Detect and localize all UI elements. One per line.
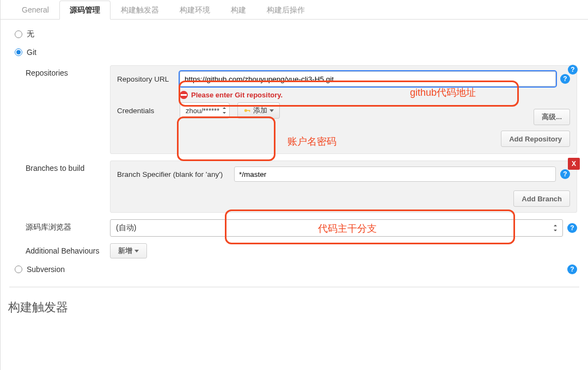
repo-browser-select[interactable]: (自动) — [110, 219, 563, 237]
repo-browser-value: (自动) — [116, 223, 136, 233]
behaviours-row: Additional Behaviours 新增 — [26, 243, 577, 258]
updown-icon — [222, 108, 227, 113]
scm-radio-none[interactable] — [15, 30, 22, 38]
scm-radio-svn-row: Subversion ? — [15, 265, 577, 274]
tab-triggers[interactable]: 构建触发器 — [111, 1, 169, 20]
build-triggers-heading: 构建触发器 — [1, 287, 588, 321]
tab-scm[interactable]: 源码管理 — [59, 1, 111, 20]
repositories-panel: ? Repository URL ? Please enter Git repo… — [110, 65, 577, 154]
credentials-value: zhou/****** — [186, 107, 219, 115]
svg-rect-2 — [249, 110, 250, 112]
branch-specifier-row: Branch Specifier (blank for 'any') ? — [117, 166, 570, 182]
branches-side-label: Branches to build — [26, 161, 110, 172]
scm-radio-svn[interactable] — [15, 266, 22, 273]
branch-specifier-input[interactable] — [234, 166, 556, 182]
branch-specifier-label: Branch Specifier (blank for 'any') — [117, 170, 234, 178]
repo-url-input[interactable] — [180, 71, 556, 87]
credentials-select[interactable]: zhou/****** — [180, 102, 230, 119]
repo-url-label: Repository URL — [117, 75, 180, 83]
add-repository-button[interactable]: Add Repository — [501, 131, 570, 147]
add-credentials-label: 添加 — [253, 106, 267, 115]
git-config-block: Repositories ? Repository URL ? Please e… — [26, 65, 577, 258]
scm-radio-git[interactable] — [15, 48, 22, 56]
repositories-side-label: Repositories — [26, 65, 110, 77]
chevron-down-icon — [134, 250, 139, 252]
repo-url-error: Please enter Git repository. — [180, 91, 570, 99]
config-tabs: General 源码管理 构建触发器 构建环境 构建 构建后操作 — [1, 0, 588, 20]
tab-general[interactable]: General — [11, 1, 59, 20]
add-credentials-button[interactable]: 添加 — [237, 102, 280, 119]
scm-radio-none-row: 无 — [15, 29, 577, 39]
add-branch-button[interactable]: Add Branch — [513, 190, 570, 207]
jenkins-job-config-page: General 源码管理 构建触发器 构建环境 构建 构建后操作 无 Git R… — [0, 0, 588, 370]
repo-url-row: Repository URL ? — [117, 71, 570, 87]
repositories-row: Repositories ? Repository URL ? Please e… — [26, 65, 577, 154]
behaviours-add-button[interactable]: 新增 — [110, 243, 147, 258]
scm-section: 无 Git Repositories ? Repository URL ? — [1, 20, 588, 287]
tab-postbuild[interactable]: 构建后操作 — [256, 1, 315, 20]
repo-browser-row: 源码库浏览器 (自动) ? — [26, 219, 577, 237]
branches-panel: X Branch Specifier (blank for 'any') ? A… — [110, 161, 577, 213]
scm-radio-svn-label: Subversion — [27, 265, 65, 274]
help-icon[interactable]: ? — [560, 74, 570, 84]
chevron-down-icon — [270, 109, 274, 112]
tab-env[interactable]: 构建环境 — [169, 1, 220, 20]
scm-radio-git-label: Git — [27, 48, 36, 57]
updown-icon — [553, 225, 558, 231]
credentials-row: Credentials zhou/****** 添加 — [117, 102, 570, 119]
help-icon[interactable]: ? — [567, 223, 577, 233]
branches-row: Branches to build X Branch Specifier (bl… — [26, 161, 577, 213]
tab-build[interactable]: 构建 — [220, 1, 256, 20]
advanced-button[interactable]: 高级... — [534, 109, 570, 125]
key-icon — [243, 107, 251, 114]
scm-radio-git-row: Git — [15, 48, 577, 57]
scm-radio-none-label: 无 — [27, 29, 34, 39]
help-icon[interactable]: ? — [567, 264, 577, 274]
error-icon — [180, 91, 188, 99]
repo-url-error-text: Please enter Git repository. — [191, 91, 283, 99]
help-icon[interactable]: ? — [560, 169, 570, 179]
behaviours-label: Additional Behaviours — [26, 243, 110, 255]
repo-browser-label: 源码库浏览器 — [26, 219, 110, 232]
credentials-label: Credentials — [117, 107, 180, 115]
